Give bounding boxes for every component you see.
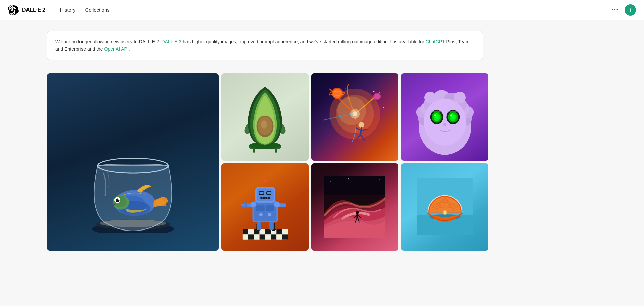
- svg-rect-106: [257, 189, 274, 201]
- image-robot-chess[interactable]: [221, 163, 309, 251]
- navbar-right: ··· i: [610, 4, 636, 16]
- notice-text-mid: has higher quality images, improved prom…: [181, 39, 425, 44]
- svg-point-4: [99, 220, 166, 227]
- user-avatar[interactable]: i: [625, 4, 636, 16]
- svg-point-64: [434, 114, 436, 116]
- svg-point-32: [374, 94, 380, 99]
- svg-point-121: [356, 211, 359, 214]
- svg-point-19: [261, 120, 267, 129]
- image-desert-figure[interactable]: [311, 163, 398, 251]
- svg-rect-81: [265, 235, 271, 240]
- svg-rect-94: [254, 203, 276, 221]
- monster-illustration: [412, 80, 478, 155]
- cosmic-illustration: [320, 82, 390, 152]
- notice-text-prefix: We are no longer allowing new users to D…: [55, 39, 161, 44]
- svg-rect-73: [265, 230, 271, 234]
- svg-rect-80: [259, 235, 265, 240]
- svg-point-66: [443, 123, 446, 126]
- image-cosmic-art[interactable]: [311, 73, 398, 161]
- svg-point-22: [373, 91, 375, 92]
- svg-rect-95: [256, 206, 264, 211]
- image-orange-half[interactable]: [401, 163, 488, 251]
- navbar-links: History Collections: [56, 5, 114, 15]
- svg-point-104: [274, 202, 280, 208]
- openai-api-link[interactable]: OpenAI API: [104, 46, 129, 52]
- svg-point-103: [250, 202, 256, 208]
- svg-point-11: [116, 198, 119, 202]
- svg-point-12: [118, 199, 119, 200]
- svg-point-119: [263, 179, 267, 183]
- svg-rect-77: [242, 235, 248, 240]
- image-purple-monster[interactable]: [401, 73, 488, 161]
- svg-rect-76: [282, 230, 288, 234]
- svg-point-29: [333, 89, 342, 98]
- main-content: We are no longer allowing new users to D…: [0, 20, 644, 264]
- svg-point-24: [326, 130, 327, 130]
- svg-point-131: [370, 182, 370, 183]
- svg-rect-102: [241, 204, 245, 206]
- svg-rect-83: [276, 235, 282, 240]
- navbar: DALL·E 2 History Collections ··· i: [0, 0, 644, 20]
- svg-rect-110: [267, 192, 271, 194]
- svg-rect-79: [254, 235, 259, 240]
- navbar-logo[interactable]: DALL·E 2: [8, 5, 45, 15]
- svg-rect-128: [324, 176, 385, 189]
- svg-point-40: [352, 111, 357, 116]
- desert-illustration: [324, 176, 385, 238]
- nav-collections-link[interactable]: Collections: [81, 5, 113, 15]
- more-options-button[interactable]: ···: [610, 5, 621, 15]
- fishbowl-illustration: [77, 91, 189, 233]
- svg-rect-84: [282, 235, 288, 240]
- svg-rect-96: [266, 206, 274, 211]
- svg-point-98: [268, 213, 271, 216]
- notice-banner: We are no longer allowing new users to D…: [47, 31, 483, 60]
- nav-history-link[interactable]: History: [56, 5, 80, 15]
- svg-point-33: [358, 122, 364, 128]
- svg-point-23: [383, 107, 384, 108]
- svg-rect-122: [357, 214, 358, 219]
- svg-rect-111: [260, 197, 270, 199]
- svg-point-55: [424, 98, 466, 145]
- svg-point-21: [345, 88, 346, 89]
- image-avocado-chair[interactable]: [221, 73, 309, 161]
- robot-chess-illustration: [237, 173, 293, 241]
- svg-point-132: [379, 179, 380, 180]
- svg-rect-75: [276, 230, 282, 234]
- image-grid: [47, 73, 483, 251]
- brand-name: DALL·E 2: [22, 7, 45, 13]
- openai-logo-icon: [8, 5, 19, 15]
- chatgpt-link[interactable]: ChatGPT: [426, 39, 445, 44]
- svg-point-129: [330, 181, 331, 182]
- svg-rect-70: [248, 230, 254, 234]
- svg-point-130: [348, 178, 349, 179]
- orange-illustration: [417, 178, 473, 235]
- svg-point-3: [98, 166, 167, 173]
- svg-rect-69: [242, 230, 248, 234]
- notice-text-end: .: [129, 46, 130, 52]
- svg-rect-72: [259, 230, 265, 234]
- avocado-chair-illustration: [234, 81, 296, 154]
- svg-point-20: [329, 94, 330, 95]
- svg-point-65: [450, 114, 452, 116]
- image-fishbowl[interactable]: [47, 73, 219, 251]
- svg-rect-78: [248, 235, 254, 240]
- svg-rect-82: [271, 235, 276, 240]
- svg-point-144: [444, 211, 446, 214]
- svg-line-34: [361, 128, 361, 135]
- svg-point-97: [259, 213, 262, 216]
- svg-rect-109: [259, 192, 263, 194]
- dalle3-link[interactable]: DALL·E 3: [161, 39, 181, 44]
